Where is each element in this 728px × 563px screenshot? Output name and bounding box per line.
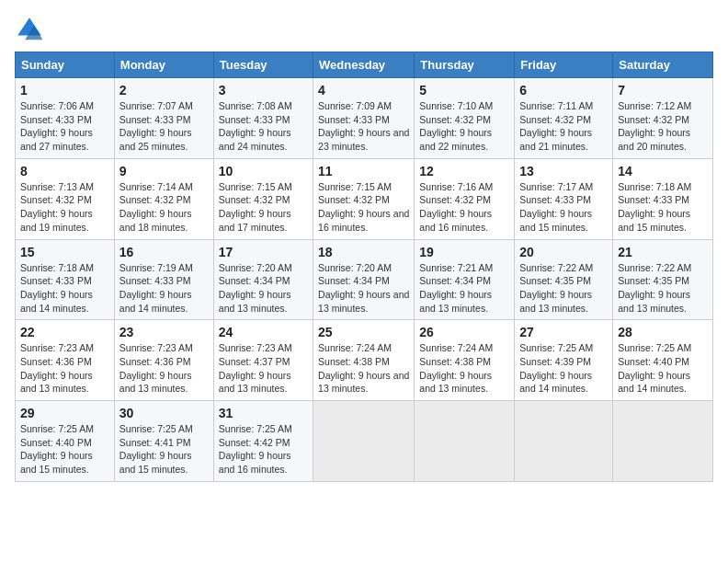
day-number: 18 bbox=[318, 245, 409, 259]
day-info: Sunrise: 7:21 AM Sunset: 4:34 PM Dayligh… bbox=[419, 261, 509, 316]
day-number: 10 bbox=[219, 164, 308, 178]
day-info: Sunrise: 7:10 AM Sunset: 4:32 PM Dayligh… bbox=[419, 99, 509, 154]
calendar-cell: 22Sunrise: 7:23 AM Sunset: 4:36 PM Dayli… bbox=[16, 320, 115, 401]
day-number: 17 bbox=[219, 245, 308, 259]
day-number: 3 bbox=[219, 83, 308, 98]
calendar-cell bbox=[415, 401, 515, 482]
day-info: Sunrise: 7:06 AM Sunset: 4:33 PM Dayligh… bbox=[20, 99, 109, 154]
day-info: Sunrise: 7:19 AM Sunset: 4:33 PM Dayligh… bbox=[119, 261, 209, 316]
day-number: 30 bbox=[119, 406, 209, 420]
calendar-week-3: 15Sunrise: 7:18 AM Sunset: 4:33 PM Dayli… bbox=[16, 239, 713, 320]
calendar-cell: 5Sunrise: 7:10 AM Sunset: 4:32 PM Daylig… bbox=[415, 78, 515, 159]
calendar-cell: 19Sunrise: 7:21 AM Sunset: 4:34 PM Dayli… bbox=[415, 239, 515, 320]
day-info: Sunrise: 7:07 AM Sunset: 4:33 PM Dayligh… bbox=[119, 99, 209, 154]
day-info: Sunrise: 7:14 AM Sunset: 4:32 PM Dayligh… bbox=[119, 180, 209, 235]
day-info: Sunrise: 7:18 AM Sunset: 4:33 PM Dayligh… bbox=[618, 180, 708, 235]
page-header bbox=[15, 15, 713, 44]
col-header-tuesday: Tuesday bbox=[213, 52, 313, 78]
day-info: Sunrise: 7:11 AM Sunset: 4:32 PM Dayligh… bbox=[519, 99, 608, 154]
calendar-week-5: 29Sunrise: 7:25 AM Sunset: 4:40 PM Dayli… bbox=[16, 401, 713, 482]
calendar-cell: 26Sunrise: 7:24 AM Sunset: 4:38 PM Dayli… bbox=[415, 320, 515, 401]
day-number: 22 bbox=[20, 325, 109, 339]
day-info: Sunrise: 7:25 AM Sunset: 4:39 PM Dayligh… bbox=[519, 341, 608, 396]
calendar-cell: 3Sunrise: 7:08 AM Sunset: 4:33 PM Daylig… bbox=[213, 78, 313, 159]
day-number: 29 bbox=[20, 406, 109, 420]
calendar-week-4: 22Sunrise: 7:23 AM Sunset: 4:36 PM Dayli… bbox=[16, 320, 713, 401]
day-info: Sunrise: 7:25 AM Sunset: 4:41 PM Dayligh… bbox=[119, 422, 209, 477]
calendar-cell: 7Sunrise: 7:12 AM Sunset: 4:32 PM Daylig… bbox=[613, 78, 713, 159]
calendar-cell: 24Sunrise: 7:23 AM Sunset: 4:37 PM Dayli… bbox=[213, 320, 313, 401]
day-info: Sunrise: 7:16 AM Sunset: 4:32 PM Dayligh… bbox=[419, 180, 509, 235]
day-number: 11 bbox=[318, 164, 409, 178]
calendar-cell: 30Sunrise: 7:25 AM Sunset: 4:41 PM Dayli… bbox=[114, 401, 213, 482]
calendar-cell: 15Sunrise: 7:18 AM Sunset: 4:33 PM Dayli… bbox=[16, 239, 115, 320]
day-number: 26 bbox=[419, 325, 509, 339]
calendar-cell bbox=[515, 401, 613, 482]
calendar-cell: 27Sunrise: 7:25 AM Sunset: 4:39 PM Dayli… bbox=[515, 320, 613, 401]
day-info: Sunrise: 7:22 AM Sunset: 4:35 PM Dayligh… bbox=[618, 261, 708, 316]
calendar-week-1: 1Sunrise: 7:06 AM Sunset: 4:33 PM Daylig… bbox=[16, 78, 713, 159]
calendar-cell: 17Sunrise: 7:20 AM Sunset: 4:34 PM Dayli… bbox=[213, 239, 313, 320]
calendar-table: SundayMondayTuesdayWednesdayThursdayFrid… bbox=[15, 52, 713, 482]
day-number: 31 bbox=[219, 406, 308, 420]
day-info: Sunrise: 7:20 AM Sunset: 4:34 PM Dayligh… bbox=[318, 261, 409, 316]
day-number: 8 bbox=[20, 164, 109, 178]
day-number: 13 bbox=[519, 164, 608, 178]
day-number: 1 bbox=[20, 83, 109, 98]
day-info: Sunrise: 7:15 AM Sunset: 4:32 PM Dayligh… bbox=[318, 180, 409, 235]
day-number: 15 bbox=[20, 245, 109, 259]
day-info: Sunrise: 7:24 AM Sunset: 4:38 PM Dayligh… bbox=[318, 341, 409, 396]
calendar-cell: 9Sunrise: 7:14 AM Sunset: 4:32 PM Daylig… bbox=[114, 158, 213, 239]
day-info: Sunrise: 7:20 AM Sunset: 4:34 PM Dayligh… bbox=[219, 261, 308, 316]
calendar-cell: 16Sunrise: 7:19 AM Sunset: 4:33 PM Dayli… bbox=[114, 239, 213, 320]
day-info: Sunrise: 7:09 AM Sunset: 4:33 PM Dayligh… bbox=[318, 99, 409, 154]
calendar-cell: 29Sunrise: 7:25 AM Sunset: 4:40 PM Dayli… bbox=[16, 401, 115, 482]
col-header-sunday: Sunday bbox=[16, 52, 115, 78]
day-number: 23 bbox=[119, 325, 209, 339]
col-header-saturday: Saturday bbox=[613, 52, 713, 78]
calendar-cell: 11Sunrise: 7:15 AM Sunset: 4:32 PM Dayli… bbox=[313, 158, 415, 239]
day-number: 5 bbox=[419, 83, 509, 98]
day-number: 7 bbox=[618, 83, 708, 98]
col-header-monday: Monday bbox=[114, 52, 213, 78]
day-info: Sunrise: 7:13 AM Sunset: 4:32 PM Dayligh… bbox=[20, 180, 109, 235]
day-info: Sunrise: 7:24 AM Sunset: 4:38 PM Dayligh… bbox=[419, 341, 509, 396]
logo bbox=[15, 15, 48, 44]
day-info: Sunrise: 7:25 AM Sunset: 4:42 PM Dayligh… bbox=[219, 422, 308, 477]
day-number: 2 bbox=[119, 83, 209, 98]
calendar-cell: 1Sunrise: 7:06 AM Sunset: 4:33 PM Daylig… bbox=[16, 78, 115, 159]
day-info: Sunrise: 7:22 AM Sunset: 4:35 PM Dayligh… bbox=[519, 261, 608, 316]
day-number: 6 bbox=[519, 83, 608, 98]
day-info: Sunrise: 7:17 AM Sunset: 4:33 PM Dayligh… bbox=[519, 180, 608, 235]
calendar-week-2: 8Sunrise: 7:13 AM Sunset: 4:32 PM Daylig… bbox=[16, 158, 713, 239]
day-info: Sunrise: 7:25 AM Sunset: 4:40 PM Dayligh… bbox=[20, 422, 109, 477]
calendar-cell: 20Sunrise: 7:22 AM Sunset: 4:35 PM Dayli… bbox=[515, 239, 613, 320]
day-number: 24 bbox=[219, 325, 308, 339]
day-number: 14 bbox=[618, 164, 708, 178]
calendar-cell: 21Sunrise: 7:22 AM Sunset: 4:35 PM Dayli… bbox=[613, 239, 713, 320]
calendar-header: SundayMondayTuesdayWednesdayThursdayFrid… bbox=[16, 52, 713, 78]
col-header-thursday: Thursday bbox=[415, 52, 515, 78]
day-info: Sunrise: 7:15 AM Sunset: 4:32 PM Dayligh… bbox=[219, 180, 308, 235]
day-info: Sunrise: 7:08 AM Sunset: 4:33 PM Dayligh… bbox=[219, 99, 308, 154]
calendar-cell: 6Sunrise: 7:11 AM Sunset: 4:32 PM Daylig… bbox=[515, 78, 613, 159]
day-number: 28 bbox=[618, 325, 708, 339]
calendar-cell bbox=[313, 401, 415, 482]
day-info: Sunrise: 7:12 AM Sunset: 4:32 PM Dayligh… bbox=[618, 99, 708, 154]
calendar-cell: 2Sunrise: 7:07 AM Sunset: 4:33 PM Daylig… bbox=[114, 78, 213, 159]
calendar-cell: 13Sunrise: 7:17 AM Sunset: 4:33 PM Dayli… bbox=[515, 158, 613, 239]
calendar-cell: 31Sunrise: 7:25 AM Sunset: 4:42 PM Dayli… bbox=[213, 401, 313, 482]
calendar-cell: 8Sunrise: 7:13 AM Sunset: 4:32 PM Daylig… bbox=[16, 158, 115, 239]
calendar-cell: 10Sunrise: 7:15 AM Sunset: 4:32 PM Dayli… bbox=[213, 158, 313, 239]
day-info: Sunrise: 7:23 AM Sunset: 4:36 PM Dayligh… bbox=[20, 341, 109, 396]
day-number: 25 bbox=[318, 325, 409, 339]
col-header-friday: Friday bbox=[515, 52, 613, 78]
day-info: Sunrise: 7:23 AM Sunset: 4:36 PM Dayligh… bbox=[119, 341, 209, 396]
calendar-cell: 23Sunrise: 7:23 AM Sunset: 4:36 PM Dayli… bbox=[114, 320, 213, 401]
day-info: Sunrise: 7:18 AM Sunset: 4:33 PM Dayligh… bbox=[20, 261, 109, 316]
day-number: 27 bbox=[519, 325, 608, 339]
calendar-cell bbox=[613, 401, 713, 482]
day-number: 12 bbox=[419, 164, 509, 178]
day-number: 21 bbox=[618, 245, 708, 259]
calendar-cell: 14Sunrise: 7:18 AM Sunset: 4:33 PM Dayli… bbox=[613, 158, 713, 239]
